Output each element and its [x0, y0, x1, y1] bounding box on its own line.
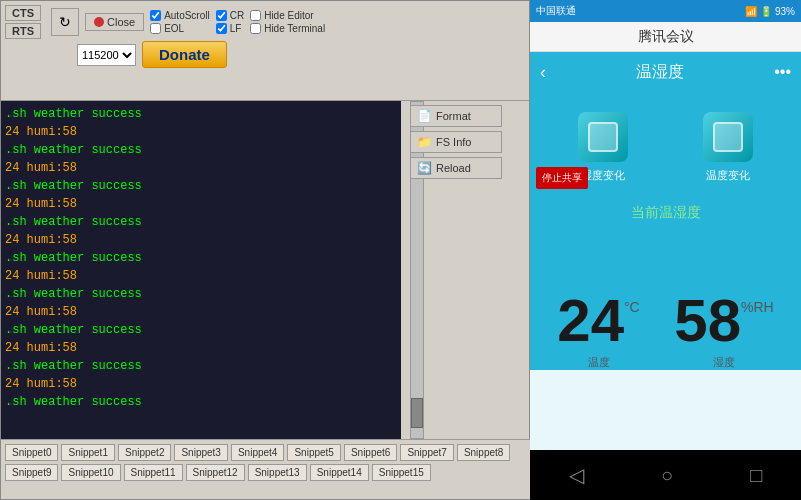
scrollbar-thumb[interactable] [411, 398, 423, 428]
sidebar-btn-icon: 🔄 [417, 161, 432, 175]
close-label: Close [107, 16, 135, 28]
console-line: .sh weather success [5, 141, 397, 159]
statusbar-right: 📶 🔋 93% [745, 6, 795, 17]
autoscroll-checkbox[interactable]: AutoScroll [150, 10, 210, 21]
eol-checkbox[interactable]: EOL [150, 23, 210, 34]
phone-content: ‹ 温湿度 ••• 湿度变化 温度变化 当前温湿度 [530, 52, 801, 450]
checkbox-group3: Hide Editor Hide Terminal [250, 10, 325, 34]
console-line: 24 humi:58 [5, 375, 397, 393]
console-line: .sh weather success [5, 105, 397, 123]
big-readings: 24 °C 温度 58 %RH 湿度 [530, 291, 801, 370]
checkbox-group1: AutoScroll EOL [150, 10, 210, 34]
snippet-tab-snippet2[interactable]: Snippet2 [118, 444, 171, 461]
console-line: 24 humi:58 [5, 231, 397, 249]
cr-checkbox[interactable]: CR [216, 10, 244, 21]
temperature-card: 温度变化 [703, 112, 753, 183]
snippet-tab-snippet15[interactable]: Snippet15 [372, 464, 431, 481]
console-line: 24 humi:58 [5, 159, 397, 177]
sidebar-buttons: 📄Format📁FS Info🔄Reload [406, 101, 506, 183]
sidebar-btn-format[interactable]: 📄Format [410, 105, 502, 127]
baud-select[interactable]: 115200 9600 57600 230400 [77, 44, 136, 66]
snippet-tab-snippet14[interactable]: Snippet14 [310, 464, 369, 481]
console-line: .sh weather success [5, 393, 397, 411]
console-line: .sh weather success [5, 285, 397, 303]
temperature-cube-inner [713, 122, 743, 152]
console-line: 24 humi:58 [5, 195, 397, 213]
sidebar-btn-icon: 📄 [417, 109, 432, 123]
nav-recents-icon[interactable]: □ [750, 464, 762, 487]
donate-button[interactable]: Donate [142, 41, 227, 68]
statusbar-left: 中国联通 [536, 4, 576, 18]
temp-reading-wrapper: 24 °C [557, 291, 639, 351]
temp-block: 24 °C 温度 [557, 291, 639, 370]
snippet-tab-snippet12[interactable]: Snippet12 [186, 464, 245, 481]
temp-unit: °C [624, 299, 640, 315]
ide-panel: CTS RTS ↻ Close AutoScroll EOL [0, 0, 530, 500]
checkbox-group2: CR LF [216, 10, 244, 34]
console-line: .sh weather success [5, 357, 397, 375]
snippet-tab-snippet3[interactable]: Snippet3 [174, 444, 227, 461]
back-arrow[interactable]: ‹ [540, 62, 546, 83]
snippet-tab-snippet7[interactable]: Snippet7 [400, 444, 453, 461]
phone-panel: 中国联通 📶 🔋 93% 腾讯会议 ‹ 温湿度 ••• 湿度变化 [530, 0, 801, 500]
temp-type: 温度 [588, 355, 610, 370]
snippet-tab-snippet6[interactable]: Snippet6 [344, 444, 397, 461]
current-reading-label: 当前温湿度 [631, 204, 701, 220]
sidebar-btn-reload[interactable]: 🔄Reload [410, 157, 502, 179]
tencent-title: 腾讯会议 [638, 28, 694, 46]
temperature-label: 温度变化 [706, 168, 750, 183]
more-dots-icon[interactable]: ••• [774, 63, 791, 81]
cts-rts-panel: CTS RTS [5, 5, 41, 39]
humi-unit: %RH [741, 299, 774, 315]
console-line: 24 humi:58 [5, 303, 397, 321]
cts-label: CTS [5, 5, 41, 21]
hide-editor-checkbox[interactable]: Hide Editor [250, 10, 325, 21]
console-area[interactable]: .sh weather success24 humi:58.sh weather… [1, 101, 401, 439]
humi-reading-wrapper: 58 %RH [674, 291, 773, 351]
snippet-tab-snippet1[interactable]: Snippet1 [61, 444, 114, 461]
humidity-cube [578, 112, 628, 162]
snippet-tabs: Snippet0Snippet1Snippet2Snippet3Snippet4… [1, 439, 531, 499]
snippet-tab-snippet5[interactable]: Snippet5 [287, 444, 340, 461]
snippet-tab-snippet9[interactable]: Snippet9 [5, 464, 58, 481]
toolbar-row1: CTS RTS ↻ Close AutoScroll EOL [5, 5, 525, 39]
close-icon [94, 17, 104, 27]
close-button[interactable]: Close [85, 13, 144, 31]
snippet-tab-snippet4[interactable]: Snippet4 [231, 444, 284, 461]
sidebar-btn-fs info[interactable]: 📁FS Info [410, 131, 502, 153]
toolbar: CTS RTS ↻ Close AutoScroll EOL [1, 1, 529, 101]
current-reading: 当前温湿度 [530, 193, 801, 227]
snippet-tab-snippet0[interactable]: Snippet0 [5, 444, 58, 461]
console-line: .sh weather success [5, 321, 397, 339]
lf-checkbox[interactable]: LF [216, 23, 244, 34]
refresh-button[interactable]: ↻ [51, 8, 79, 36]
console-line: .sh weather success [5, 177, 397, 195]
stop-sharing-label: 停止共享 [542, 171, 582, 185]
humidity-cube-inner [588, 122, 618, 152]
humi-block: 58 %RH 湿度 [674, 291, 773, 370]
snippet-tab-snippet10[interactable]: Snippet10 [61, 464, 120, 481]
phone-subheader: ‹ 温湿度 ••• [530, 52, 801, 92]
humi-value: 58 [674, 291, 741, 351]
phone-navbar: ◁ ○ □ [530, 450, 801, 500]
sidebar-btn-icon: 📁 [417, 135, 432, 149]
temp-value: 24 [557, 291, 624, 351]
nav-back-icon[interactable]: ◁ [569, 463, 584, 487]
toolbar-row2: 115200 9600 57600 230400 Donate [5, 41, 525, 68]
phone-readings-bg [530, 370, 801, 450]
console-line: 24 humi:58 [5, 123, 397, 141]
snippet-tab-snippet11[interactable]: Snippet11 [124, 464, 183, 481]
humi-type: 湿度 [713, 355, 735, 370]
temperature-cube [703, 112, 753, 162]
snippet-tab-snippet8[interactable]: Snippet8 [457, 444, 510, 461]
stop-sharing-badge[interactable]: 停止共享 [536, 167, 588, 189]
tencent-titlebar: 腾讯会议 [530, 22, 801, 52]
hide-terminal-checkbox[interactable]: Hide Terminal [250, 23, 325, 34]
phone-statusbar: 中国联通 📶 🔋 93% [530, 0, 801, 22]
phone-page-title: 温湿度 [554, 62, 766, 83]
rts-label: RTS [5, 23, 41, 39]
nav-home-icon[interactable]: ○ [661, 464, 673, 487]
console-line: 24 humi:58 [5, 267, 397, 285]
snippet-tab-snippet13[interactable]: Snippet13 [248, 464, 307, 481]
console-line: .sh weather success [5, 249, 397, 267]
